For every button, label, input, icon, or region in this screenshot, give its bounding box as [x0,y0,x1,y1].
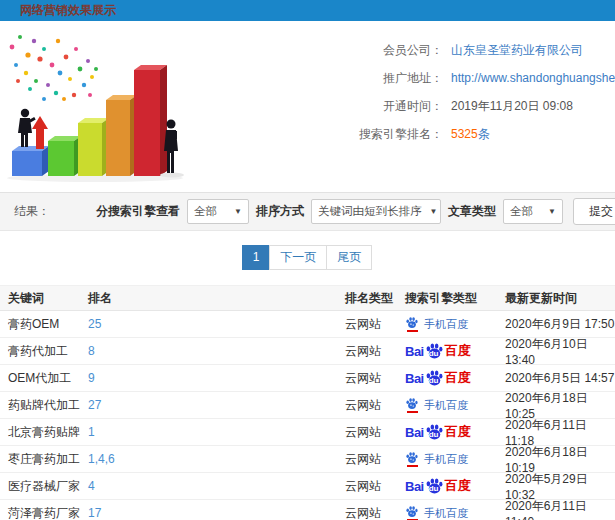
baidu-baidu-text: 百度 [445,477,471,495]
baidu-bai-text: Bai [405,371,424,386]
article-filter-label: 文章类型 [448,203,496,220]
keyword-cell: 菏泽膏药厂家 [8,506,80,520]
info-row-rank-count: 搜索引擎排名： 5325条 [190,120,615,148]
page-button-next[interactable]: 下一页 [269,245,327,270]
result-label: 结果： [14,203,50,220]
pagination: 1 下一页 尾页 [0,245,615,270]
rank-link[interactable]: 1,4,6 [88,452,115,466]
baidu-baidu-text: 百度 [445,342,471,360]
rank-type-cell: 云网站 [345,452,381,466]
info-section: 会员公司： 山东皇圣堂药业有限公司 推广地址： http://www.shand… [0,21,615,192]
red-underline [407,411,418,413]
baidu-paw-icon [405,397,419,410]
info-row-company: 会员公司： 山东皇圣堂药业有限公司 [190,36,615,64]
table-row: 膏药OEM 25 云网站 手机百度 Bai du 百度 2020年6月9日 17… [0,311,615,338]
article-filter-select[interactable]: 全部 ▼ [503,199,563,224]
bar-chart-growth-illustration [0,25,190,191]
member-info: 会员公司： 山东皇圣堂药业有限公司 推广地址： http://www.shand… [190,21,615,192]
rank-link[interactable]: 27 [88,398,101,412]
company-label: 会员公司： [190,42,443,59]
mobile-baidu-text: 手机百度 [424,452,468,467]
mobile-baidu-logo: 手机百度 [405,316,468,332]
keyword-cell: 北京膏药贴牌 [8,425,80,439]
updated-time-cell: 2020年6月5日 14:57 [505,371,614,385]
updated-time-cell: 2020年6月10日 13:40 [505,337,588,367]
submit-button[interactable]: 提交 [573,198,615,225]
filter-bar: 结果： 分搜索引擎查看 全部 ▼ 排序方式 关键词由短到长排序 ▼ 文章类型 全… [0,192,615,231]
table-row: 枣庄膏药加工 1,4,6 云网站 手机百度 Bai du 百度 2020年6月1… [0,446,615,473]
keyword-cell: 枣庄膏药加工 [8,452,80,466]
mobile-baidu-logo: 手机百度 [405,397,468,413]
bar-blue [12,146,49,176]
updated-time-cell: 2020年6月11日 11:40 [505,499,587,520]
baidu-paw-icon [405,451,419,464]
mobile-baidu-text: 手机百度 [424,317,468,332]
bar-red [134,65,167,176]
rank-link[interactable]: 25 [88,317,101,331]
rank-type-cell: 云网站 [345,479,381,493]
baidu-du-text: du [429,484,439,493]
rank-type-cell: 云网站 [345,425,381,439]
chevron-down-icon: ▼ [234,207,242,216]
promo-url-label: 推广地址： [190,70,443,87]
mobile-baidu-logo: 手机百度 [405,505,468,520]
results-table: 关键词 排名 排名类型 搜索引擎类型 最新更新时间 膏药OEM 25 云网站 手… [0,285,615,520]
red-underline [407,465,418,467]
rank-count-suffix: 条 [478,126,490,143]
keyword-cell: 医疗器械厂家 [8,479,80,493]
growth-arrow-icon [32,116,48,149]
bar-yellow [78,118,109,176]
baidu-logo: Bai du 百度 [405,369,471,387]
baidu-du-text: du [429,376,439,385]
sort-filter-select[interactable]: 关键词由短到长排序 ▼ [311,199,441,224]
table-row: 菏泽膏药厂家 17 云网站 手机百度 Bai du 百度 2020年6月11日 … [0,500,615,520]
engine-filter-select[interactable]: 全部 ▼ [187,199,249,224]
article-filter-value: 全部 [510,204,533,219]
sort-filter-label: 排序方式 [256,203,304,220]
baidu-baidu-text: 百度 [445,369,471,387]
page-title: 网络营销效果展示 [20,2,116,19]
engine-filter-value: 全部 [194,204,217,219]
column-header-engine-type: 搜索引擎类型 [405,290,505,307]
baidu-logo: Bai du 百度 [405,423,471,441]
info-row-url: 推广地址： http://www.shandonghuangshengtang.… [190,64,615,92]
baidu-bai-text: Bai [405,344,424,359]
rank-count-value: 5325 [451,127,478,141]
rank-link[interactable]: 17 [88,506,101,520]
red-underline [407,330,418,332]
table-row: 医疗器械厂家 4 云网站 手机百度 Bai du 百度 2020年5月29日 1… [0,473,615,500]
sort-filter-value: 关键词由短到长排序 [318,204,422,219]
table-body: 膏药OEM 25 云网站 手机百度 Bai du 百度 2020年6月9日 17… [0,311,615,520]
info-row-open-time: 开通时间： 2019年11月20日 09:08 [190,92,615,120]
rank-link[interactable]: 8 [88,344,95,358]
rank-type-cell: 云网站 [345,398,381,412]
open-time-value: 2019年11月20日 09:08 [451,98,573,115]
bar-orange [106,95,137,176]
updated-time-cell: 2020年6月9日 17:50 [505,317,614,331]
rank-type-cell: 云网站 [345,506,381,520]
column-header-keyword: 关键词 [8,290,88,307]
rank-link[interactable]: 1 [88,425,95,439]
chevron-down-icon: ▼ [430,207,438,216]
column-header-rank-type: 排名类型 [345,290,405,307]
rank-link[interactable]: 9 [88,371,95,385]
rank-type-cell: 云网站 [345,344,381,358]
baidu-bai-text: Bai [405,425,424,440]
mobile-baidu-text: 手机百度 [424,398,468,413]
keyword-cell: 药贴牌代加工 [8,398,80,412]
baidu-baidu-text: 百度 [445,423,471,441]
rank-type-cell: 云网站 [345,317,381,331]
company-link[interactable]: 山东皇圣堂药业有限公司 [451,42,583,59]
table-row: 北京膏药贴牌 1 云网站 手机百度 Bai du 百度 2020年6月11日 1… [0,419,615,446]
rank-link[interactable]: 4 [88,479,95,493]
table-row: OEM代加工 9 云网站 手机百度 Bai du 百度 2020年6月5日 14… [0,365,615,392]
promo-url-link[interactable]: http://www.shandonghuangshengtang.cn [451,71,615,85]
filter-controls: 分搜索引擎查看 全部 ▼ 排序方式 关键词由短到长排序 ▼ 文章类型 全部 ▼ … [96,198,615,225]
engine-filter-label: 分搜索引擎查看 [96,203,180,220]
baidu-du-text: du [429,349,439,358]
confetti-dots [10,35,98,101]
page-button-current[interactable]: 1 [242,245,271,270]
page-button-last[interactable]: 尾页 [326,245,372,270]
open-time-label: 开通时间： [190,98,443,115]
mobile-baidu-text: 手机百度 [424,506,468,520]
